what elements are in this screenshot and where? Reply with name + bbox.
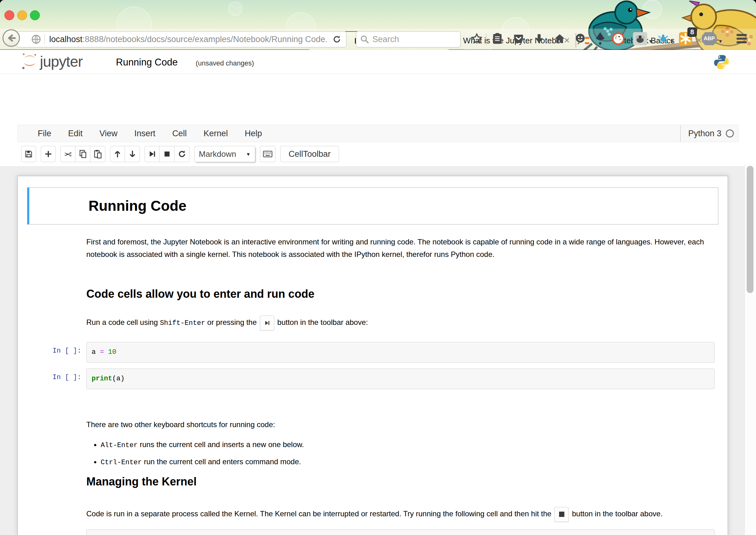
interrupt-kernel-button[interactable] [160,146,175,162]
code-editor[interactable]: import timetime.sleep(10) [86,529,715,535]
pocket-button[interactable] [511,31,526,46]
close-window-button[interactable] [4,10,14,20]
step-forward-icon [264,320,270,326]
code-editor[interactable]: a = 10 [86,342,715,363]
shortcuts-intro-paragraph: There are two other keyboard shortcuts f… [86,418,715,431]
jupyter-logo[interactable]: jupyter [21,52,83,70]
bug-extension-caret-icon[interactable]: ▼ [669,39,674,44]
copy-cells-button[interactable] [75,146,90,162]
home-icon [554,32,566,45]
notebook-title[interactable]: Running Code [116,57,177,68]
url-bar[interactable]: localhost:8888/notebooks/docs/source/exa… [17,31,346,47]
hamburger-icon [736,33,748,44]
bookmark-star-button[interactable] [469,31,484,46]
markdown-cell-shortcut-list[interactable]: Alt-Enter runs the current cell and inse… [27,435,718,469]
copy-icon [79,150,87,158]
menu-edit[interactable]: Edit [60,129,91,138]
reading-list-button[interactable] [490,31,505,46]
cut-cells-button[interactable]: ✂ [61,146,75,162]
menu-help[interactable]: Help [236,129,270,138]
markdown-cell-run-instructions[interactable]: Run a code cell using Shift-Enter or pre… [27,314,718,332]
zoom-window-button[interactable] [30,10,40,20]
markdown-cell-code-cells-heading[interactable]: Code cells allow you to enter and run co… [27,287,718,301]
run-cell-button[interactable] [145,146,160,162]
back-button[interactable] [3,29,20,47]
site-identity-globe-icon[interactable] [31,34,41,44]
paste-cells-button[interactable] [90,146,105,162]
jupyter-page: jupyter Running Code (unsaved changes) F… [0,50,756,535]
urlbar-divider [44,34,45,44]
alt-enter-code: Alt-Enter [101,441,138,449]
code-editor[interactable]: print(a) [86,369,715,389]
extension-kite-button[interactable] [593,31,608,46]
step-forward-icon [148,150,156,158]
duckduckgo-button[interactable] [611,31,626,46]
minimize-window-button[interactable] [17,10,27,20]
notebook-page-background: Running Code First and foremost, the Jup… [0,166,756,535]
adblock-plus-button[interactable]: ABP [702,31,717,46]
managing-kernel-heading: Managing the Kernel [86,474,715,489]
markdown-cell-intro[interactable]: First and foremost, the Jupyter Notebook… [27,236,718,261]
menu-hamburger-button[interactable] [734,31,749,46]
stop-icon [163,150,171,158]
downloads-button[interactable] [532,31,547,46]
ctrl-enter-code: Ctrl-Enter [101,459,142,466]
markdown-cell-kernel-heading[interactable]: Managing the Kernel [27,474,718,489]
markdown-cell-selected[interactable]: Running Code [27,187,718,224]
menu-insert[interactable]: Insert [126,129,164,138]
jupyter-logo-icon [21,52,38,70]
kernel-name: Python 3 [688,129,721,138]
run-button-group [145,146,189,162]
notebook-h1: Running Code [89,198,714,214]
menu-file[interactable]: File [29,129,60,138]
intro-paragraph: First and foremost, the Jupyter Notebook… [86,236,715,261]
code-cell-a-equals-10[interactable]: In [ ]: a = 10 [27,342,718,363]
markdown-cell-kernel-paragraph[interactable]: Code is run in a separate process called… [27,506,718,522]
menu-view[interactable]: View [91,129,126,138]
page-scrollbar[interactable] [744,164,756,535]
cell-toolbar-button[interactable]: CellToolbar [280,146,339,162]
code-cell-print-a[interactable]: In [ ]: print(a) [27,369,718,389]
shortcut-list: Alt-Enter runs the current cell and inse… [101,438,715,469]
insert-cell-below-button[interactable] [41,146,56,162]
cell-toolbar-label: CellToolbar [288,149,331,159]
search-input[interactable]: Search [356,31,461,47]
notebook-menubar: File Edit View Insert Cell Kernel Help P… [17,125,739,142]
fly-extension-button[interactable] [633,31,648,46]
move-cell-down-button[interactable] [125,146,140,162]
kernel-idle-icon [726,129,734,137]
save-button[interactable] [21,146,36,162]
code-cell-import-time[interactable]: In [ ]: import timetime.sleep(10) [27,529,718,535]
adblock-caret-icon[interactable]: ▼ [718,39,723,44]
shortcut-list-item: Ctrl-Enter run the current cell and ente… [101,456,715,469]
browser-window: New Tab ✕ examples/Notebook/ ✕ Running C… [0,0,756,535]
home-button[interactable] [552,31,567,46]
tab-bar [0,0,756,29]
star-icon [471,32,483,45]
inline-run-button-image [260,316,274,330]
notebook-container: Running Code First and foremost, the Jup… [17,176,728,535]
menu-cell[interactable]: Cell [164,129,195,138]
url-text[interactable]: localhost:8888/notebooks/docs/source/exa… [49,35,328,44]
input-prompt: In [ ]: [27,342,86,355]
search-placeholder: Search [372,35,399,44]
move-button-group [110,146,140,162]
bug-extension-button[interactable] [656,31,671,46]
reload-button[interactable] [332,34,342,44]
cell-type-value: Markdown [199,149,246,159]
fly-extension-caret-icon[interactable]: ▼ [648,39,653,44]
markdown-cell-shortcuts[interactable]: There are two other keyboard shortcuts f… [27,418,718,431]
command-palette-button[interactable] [260,146,276,162]
paste-icon [94,150,102,158]
kite-icon [594,32,606,45]
cell-type-select[interactable]: Markdown ▼ [194,146,255,162]
autosave-status: (unsaved changes) [196,59,254,67]
code-cells-heading: Code cells allow you to enter and run co… [86,287,715,301]
menu-kernel[interactable]: Kernel [195,129,236,138]
move-cell-up-button[interactable] [110,146,125,162]
search-icon [360,35,369,44]
scrollbar-thumb[interactable] [747,166,753,293]
feedback-smiley-button[interactable] [573,31,588,46]
run-instructions-paragraph: Run a code cell using Shift-Enter or pre… [86,314,715,332]
restart-kernel-button[interactable] [175,146,189,162]
